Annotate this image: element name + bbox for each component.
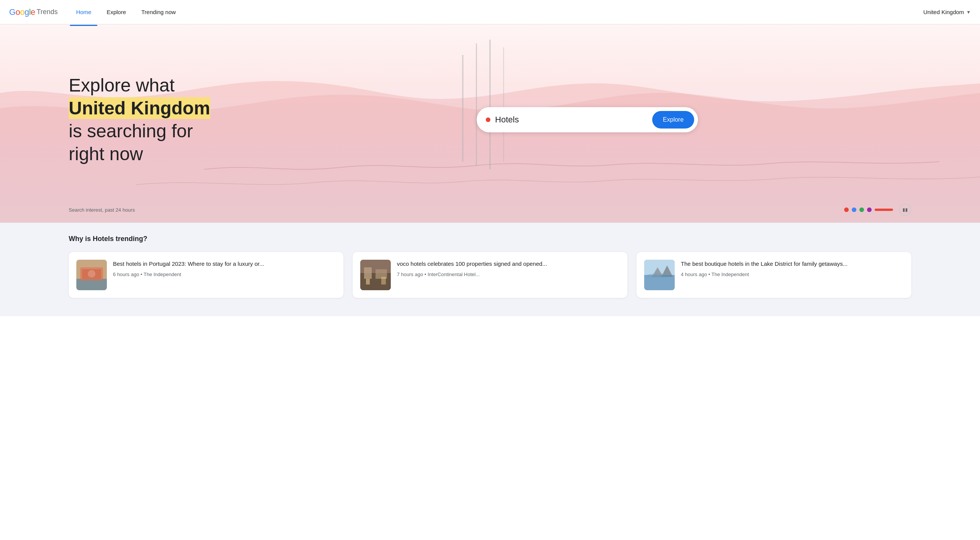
- card-text-3: The best boutique hotels in the Lake Dis…: [681, 260, 848, 278]
- dropdown-arrow-icon: ▼: [966, 10, 971, 15]
- svg-rect-11: [364, 267, 372, 279]
- search-input[interactable]: [495, 115, 648, 125]
- svg-rect-13: [366, 279, 370, 284]
- indicator-dot-1[interactable]: [844, 207, 849, 212]
- explore-button[interactable]: Explore: [652, 111, 694, 129]
- main-nav: Home Explore Trending now: [70, 6, 182, 18]
- header-right: United Kingdom ▼: [923, 9, 971, 15]
- nav-home[interactable]: Home: [70, 6, 97, 18]
- indicator-dot-4[interactable]: [867, 207, 872, 212]
- thumb-svg-3: [644, 260, 675, 290]
- trending-title-suffix: trending?: [114, 235, 147, 243]
- trending-section: Why is Hotels trending? Best hotels in P…: [0, 223, 980, 316]
- search-interest-bar: Search interest, past 24 hours ▮▮: [0, 204, 980, 216]
- news-card-3[interactable]: The best boutique hotels in the Lake Dis…: [637, 252, 911, 298]
- country-selector[interactable]: United Kingdom ▼: [923, 9, 971, 15]
- hero-text: Explore what United Kingdom is searching…: [69, 74, 210, 166]
- headline-highlight: United Kingdom: [69, 97, 210, 119]
- thumbnail-image-portugal: [76, 260, 107, 290]
- news-cards-row: Best hotels in Portugal 2023: Where to s…: [69, 252, 911, 298]
- hero-headline: Explore what United Kingdom is searching…: [69, 74, 210, 166]
- card-thumbnail-2: [360, 260, 391, 290]
- trending-title: Why is Hotels trending?: [69, 235, 911, 243]
- card-time-1: 6 hours ago: [113, 272, 139, 277]
- card-text-2: voco hotels celebrates 100 properties si…: [397, 260, 547, 278]
- card-thumbnail-3: [644, 260, 675, 290]
- card-headline-1: Best hotels in Portugal 2023: Where to s…: [113, 260, 264, 268]
- card-meta-1: 6 hours ago • The Independent: [113, 272, 181, 277]
- indicator-dot-3[interactable]: [859, 207, 864, 212]
- trending-title-prefix: Why is: [69, 235, 93, 243]
- card-text-1: Best hotels in Portugal 2023: Where to s…: [113, 260, 264, 278]
- indicator-dot-2[interactable]: [852, 207, 856, 212]
- card-meta-3: 4 hours ago • The Independent: [681, 272, 749, 277]
- thumb-svg-2: [360, 260, 391, 290]
- card-time-2: 7 hours ago: [397, 272, 423, 277]
- trends-label: Trends: [37, 8, 58, 16]
- pause-button[interactable]: ▮▮: [899, 204, 911, 216]
- indicator-bar-active: [875, 209, 893, 211]
- thumbnail-image-hotel: [360, 260, 391, 290]
- card-source-1: The Independent: [143, 272, 181, 277]
- svg-point-20: [646, 273, 673, 278]
- search-box-area: Explore: [241, 107, 934, 132]
- search-box: Explore: [477, 107, 698, 132]
- card-time-3: 4 hours ago: [681, 272, 707, 277]
- hero-section: Explore what United Kingdom is searching…: [0, 24, 980, 223]
- card-meta-2: 7 hours ago • InterContinental Hotel...: [397, 272, 480, 277]
- card-headline-3: The best boutique hotels in the Lake Dis…: [681, 260, 848, 268]
- search-dot-icon: [486, 117, 490, 122]
- nav-explore[interactable]: Explore: [100, 6, 132, 18]
- google-logo: Google: [9, 7, 35, 17]
- thumbnail-image-lake: [644, 260, 675, 290]
- carousel-controls: ▮▮: [844, 204, 911, 216]
- logo-area: Google Trends: [9, 7, 58, 17]
- thumb-svg-1: [76, 260, 107, 290]
- card-source-3: The Independent: [711, 272, 749, 277]
- headline-before: Explore what: [69, 75, 174, 95]
- card-thumbnail-1: [76, 260, 107, 290]
- card-source-2: InterContinental Hotel...: [427, 272, 480, 277]
- nav-trending[interactable]: Trending now: [135, 6, 182, 18]
- svg-point-8: [88, 270, 95, 278]
- trending-title-keyword: Hotels: [93, 235, 114, 243]
- headline-after: is searching forright now: [69, 121, 193, 164]
- news-card-1[interactable]: Best hotels in Portugal 2023: Where to s…: [69, 252, 343, 298]
- news-card-2[interactable]: voco hotels celebrates 100 properties si…: [353, 252, 627, 298]
- search-interest-label: Search interest, past 24 hours: [69, 207, 135, 213]
- svg-rect-14: [381, 277, 386, 284]
- country-label: United Kingdom: [923, 9, 964, 15]
- card-headline-2: voco hotels celebrates 100 properties si…: [397, 260, 547, 268]
- header: Google Trends Home Explore Trending now …: [0, 0, 980, 24]
- hero-content: Explore what United Kingdom is searching…: [0, 24, 980, 207]
